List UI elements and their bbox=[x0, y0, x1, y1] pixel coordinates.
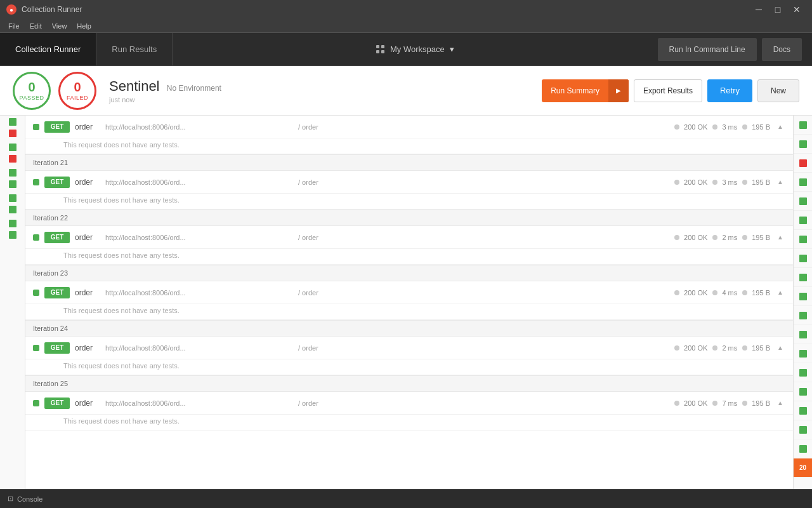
status-indicator-23 bbox=[33, 290, 39, 296]
tab-collection-runner[interactable]: Collection Runner bbox=[0, 33, 96, 65]
no-tests-22: This request does not have any tests. bbox=[25, 249, 793, 265]
collapse-button[interactable]: ▲ bbox=[775, 122, 785, 132]
right-sq-13 bbox=[799, 331, 807, 338]
iteration-header-21: Iteration 21 bbox=[25, 154, 793, 171]
right-sq-14 bbox=[799, 350, 807, 358]
iteration-header-24: Iteration 24 bbox=[25, 320, 793, 337]
request-row-24: GET order http://localhost:8006/ord... /… bbox=[25, 337, 793, 359]
req-stats-24: 200 OK 2 ms 195 B bbox=[674, 344, 770, 352]
right-sq-15 bbox=[799, 369, 807, 377]
iteration-header-25: Iteration 25 bbox=[25, 375, 793, 392]
maximize-button[interactable]: □ bbox=[769, 3, 787, 17]
request-row-22: GET order http://localhost:8006/ord... /… bbox=[25, 226, 793, 249]
method-badge-22: GET bbox=[44, 232, 70, 243]
menu-edit[interactable]: Edit bbox=[25, 21, 47, 31]
runner-header: 0 PASSED 0 FAILED Sentinel No Environmen… bbox=[0, 66, 812, 116]
request-row-21: GET order http://localhost:8006/ord... /… bbox=[25, 171, 793, 194]
request-row-23: GET order http://localhost:8006/ord... /… bbox=[25, 281, 793, 304]
workspace-label: My Workspace bbox=[390, 44, 445, 54]
right-sq-17 bbox=[799, 407, 807, 415]
left-indicator-4 bbox=[9, 155, 16, 163]
collapse-button-23[interactable]: ▲ bbox=[775, 288, 785, 298]
right-sq-4 bbox=[799, 159, 807, 167]
collection-name: Sentinel bbox=[109, 78, 160, 94]
retry-button[interactable]: Retry bbox=[707, 79, 752, 102]
method-badge-25: GET bbox=[44, 398, 70, 409]
no-tests-23: This request does not have any tests. bbox=[25, 304, 793, 320]
request-row-25: GET order http://localhost:8006/ord... /… bbox=[25, 392, 793, 415]
run-summary-button[interactable]: Run Summary ▶ bbox=[542, 79, 629, 102]
req-stats-25: 200 OK 7 ms 195 B bbox=[674, 399, 770, 407]
failed-stat: 0 FAILED bbox=[58, 72, 96, 110]
menu-bar: File Edit View Help bbox=[0, 19, 812, 33]
app-icon: ● bbox=[6, 4, 16, 15]
run-time: just now bbox=[109, 96, 542, 104]
no-tests-21: This request does not have any tests. bbox=[25, 194, 793, 210]
collapse-button-21[interactable]: ▲ bbox=[775, 177, 785, 187]
method-badge-24: GET bbox=[44, 342, 70, 354]
passed-count: 0 bbox=[28, 80, 35, 95]
right-sq-6 bbox=[799, 197, 807, 205]
right-sq-19 bbox=[799, 445, 807, 453]
left-indicator-3 bbox=[9, 144, 16, 151]
left-indicator-10 bbox=[9, 231, 16, 239]
runner-info: Sentinel No Environment just now bbox=[109, 78, 542, 104]
right-sq-10 bbox=[799, 274, 807, 281]
req-stats-23: 200 OK 4 ms 195 B bbox=[674, 289, 770, 297]
export-results-button[interactable]: Export Results bbox=[634, 79, 702, 102]
workspace-grid-icon bbox=[376, 45, 385, 54]
collapse-button-24[interactable]: ▲ bbox=[775, 343, 785, 353]
failed-label: FAILED bbox=[67, 95, 88, 101]
right-sq-9 bbox=[799, 255, 807, 262]
main-content: 0 PASSED 0 FAILED Sentinel No Environmen… bbox=[0, 66, 812, 489]
menu-help[interactable]: Help bbox=[72, 21, 96, 31]
console-icon: ⊡ bbox=[8, 495, 13, 503]
minimize-button[interactable]: ─ bbox=[750, 3, 768, 17]
passed-stat: 0 PASSED bbox=[13, 72, 51, 110]
passed-label: PASSED bbox=[20, 95, 44, 101]
no-tests-25: This request does not have any tests. bbox=[25, 415, 793, 431]
menu-file[interactable]: File bbox=[3, 21, 25, 31]
menu-view[interactable]: View bbox=[47, 21, 72, 31]
right-sq-11 bbox=[799, 293, 807, 300]
left-indicator-2 bbox=[9, 130, 16, 137]
status-dot bbox=[674, 124, 679, 130]
right-sq-3 bbox=[799, 140, 807, 148]
left-indicator-6 bbox=[9, 180, 16, 188]
status-indicator-21 bbox=[33, 179, 39, 185]
tab-run-results[interactable]: Run Results bbox=[96, 33, 173, 65]
workspace-selector[interactable]: My Workspace ▾ bbox=[173, 44, 657, 54]
runner-actions: Run Summary ▶ Export Results Retry New bbox=[542, 79, 799, 102]
results-list[interactable]: GET order http://localhost:8006/ord... /… bbox=[25, 116, 793, 489]
run-command-line-button[interactable]: Run In Command Line bbox=[658, 38, 757, 61]
run-summary-label: Run Summary bbox=[542, 86, 608, 95]
new-button[interactable]: New bbox=[757, 79, 799, 102]
method-badge-23: GET bbox=[44, 287, 70, 298]
window-title: Collection Runner bbox=[22, 5, 750, 14]
right-sq-18 bbox=[799, 426, 807, 434]
environment-label: No Environment bbox=[167, 84, 221, 93]
right-panel: 20 bbox=[793, 116, 812, 489]
docs-button[interactable]: Docs bbox=[762, 38, 802, 61]
collapse-button-25[interactable]: ▲ bbox=[775, 398, 785, 408]
size-dot bbox=[742, 124, 747, 130]
right-sq-2 bbox=[799, 121, 807, 129]
close-button[interactable]: ✕ bbox=[788, 3, 806, 17]
right-sq-8 bbox=[799, 236, 807, 243]
right-sq-16 bbox=[799, 388, 807, 396]
status-indicator-25 bbox=[33, 400, 39, 406]
request-row-pre: GET order http://localhost:8006/ord... /… bbox=[25, 116, 793, 138]
console-bar[interactable]: ⊡ Console bbox=[0, 489, 812, 508]
results-area: GET order http://localhost:8006/ord... /… bbox=[0, 116, 812, 489]
status-indicator-pre bbox=[33, 124, 39, 130]
time-dot bbox=[712, 124, 717, 130]
nav-bar: Collection Runner Run Results My Workspa… bbox=[0, 33, 812, 66]
method-badge-pre: GET bbox=[44, 121, 70, 133]
method-badge-21: GET bbox=[44, 177, 70, 188]
failed-count: 0 bbox=[74, 80, 81, 95]
right-sq-7 bbox=[799, 217, 807, 224]
no-tests-24: This request does not have any tests. bbox=[25, 359, 793, 375]
req-stats-pre: 200 OK 3 ms 195 B bbox=[674, 123, 770, 131]
req-stats-22: 200 OK 2 ms 195 B bbox=[674, 234, 770, 241]
collapse-button-22[interactable]: ▲ bbox=[775, 232, 785, 243]
